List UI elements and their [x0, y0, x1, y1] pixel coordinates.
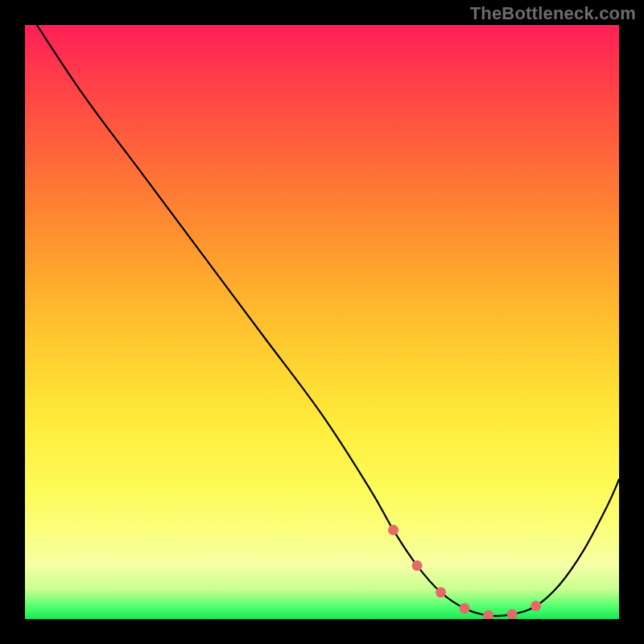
- bottleneck-curve-path: [37, 25, 619, 616]
- minimum-dot: [460, 603, 470, 613]
- minimum-dots-group: [388, 525, 541, 619]
- minimum-dot: [388, 525, 398, 535]
- minimum-dot: [436, 587, 446, 597]
- minimum-dot: [530, 601, 541, 611]
- minimum-dot: [507, 609, 518, 619]
- plot-area: [25, 25, 619, 619]
- watermark-label: TheBottleneck.com: [470, 3, 636, 24]
- minimum-dot: [412, 560, 423, 571]
- curve-svg: [25, 25, 619, 619]
- minimum-dot: [483, 610, 493, 619]
- chart-frame: TheBottleneck.com: [0, 0, 644, 644]
